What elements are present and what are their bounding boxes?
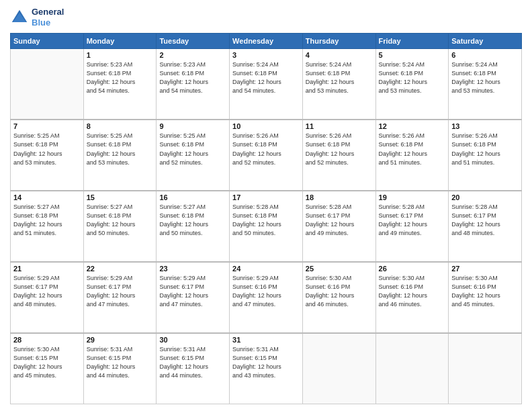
day-info: Sunrise: 5:23 AMSunset: 6:18 PMDaylight:… <box>159 60 226 95</box>
day-info: Sunrise: 5:28 AMSunset: 6:17 PMDaylight:… <box>451 203 519 238</box>
calendar-cell <box>11 49 84 120</box>
calendar-cell: 13Sunrise: 5:26 AMSunset: 6:18 PMDayligh… <box>449 120 522 191</box>
day-number: 12 <box>379 122 446 130</box>
weekday-header-sunday: Sunday <box>11 34 84 49</box>
day-info: Sunrise: 5:30 AMSunset: 6:16 PMDaylight:… <box>379 274 446 309</box>
weekday-header-row: SundayMondayTuesdayWednesdayThursdayFrid… <box>11 34 522 49</box>
calendar-cell: 30Sunrise: 5:31 AMSunset: 6:15 PMDayligh… <box>157 333 230 404</box>
day-info: Sunrise: 5:25 AMSunset: 6:18 PMDaylight:… <box>13 132 81 167</box>
calendar-cell: 8Sunrise: 5:25 AMSunset: 6:18 PMDaylight… <box>83 120 157 191</box>
day-number: 7 <box>13 122 81 130</box>
calendar-cell: 18Sunrise: 5:28 AMSunset: 6:17 PMDayligh… <box>302 191 375 262</box>
day-number: 28 <box>13 336 81 344</box>
calendar-cell: 14Sunrise: 5:27 AMSunset: 6:18 PMDayligh… <box>11 191 84 262</box>
day-info: Sunrise: 5:30 AMSunset: 6:16 PMDaylight:… <box>451 274 519 309</box>
calendar-cell: 29Sunrise: 5:31 AMSunset: 6:15 PMDayligh… <box>83 333 157 404</box>
calendar-cell: 6Sunrise: 5:24 AMSunset: 6:18 PMDaylight… <box>449 49 522 120</box>
calendar-cell: 26Sunrise: 5:30 AMSunset: 6:16 PMDayligh… <box>375 262 449 333</box>
day-number: 3 <box>232 51 300 59</box>
week-row-4: 21Sunrise: 5:29 AMSunset: 6:17 PMDayligh… <box>11 262 522 333</box>
day-info: Sunrise: 5:30 AMSunset: 6:16 PMDaylight:… <box>306 274 373 309</box>
calendar-cell: 4Sunrise: 5:24 AMSunset: 6:18 PMDaylight… <box>302 49 375 120</box>
calendar-cell <box>449 333 522 404</box>
day-number: 6 <box>451 51 519 59</box>
calendar-cell: 17Sunrise: 5:28 AMSunset: 6:18 PMDayligh… <box>230 191 303 262</box>
day-number: 9 <box>159 122 226 130</box>
calendar-cell: 2Sunrise: 5:23 AMSunset: 6:18 PMDaylight… <box>157 49 230 120</box>
calendar-cell: 1Sunrise: 5:23 AMSunset: 6:18 PMDaylight… <box>83 49 157 120</box>
calendar-table: SundayMondayTuesdayWednesdayThursdayFrid… <box>10 33 522 404</box>
week-row-1: 1Sunrise: 5:23 AMSunset: 6:18 PMDaylight… <box>11 49 522 120</box>
calendar-cell: 11Sunrise: 5:26 AMSunset: 6:18 PMDayligh… <box>302 120 375 191</box>
day-number: 11 <box>306 122 373 130</box>
calendar-cell: 22Sunrise: 5:29 AMSunset: 6:17 PMDayligh… <box>83 262 157 333</box>
day-number: 25 <box>306 265 373 273</box>
weekday-header-friday: Friday <box>375 34 449 49</box>
day-info: Sunrise: 5:23 AMSunset: 6:18 PMDaylight:… <box>87 60 154 95</box>
weekday-header-thursday: Thursday <box>302 34 375 49</box>
weekday-header-saturday: Saturday <box>449 34 522 49</box>
day-info: Sunrise: 5:27 AMSunset: 6:18 PMDaylight:… <box>159 203 226 238</box>
day-info: Sunrise: 5:29 AMSunset: 6:17 PMDaylight:… <box>159 274 226 309</box>
day-number: 19 <box>379 193 446 201</box>
weekday-header-wednesday: Wednesday <box>230 34 303 49</box>
day-number: 24 <box>232 265 300 273</box>
calendar-cell: 15Sunrise: 5:27 AMSunset: 6:18 PMDayligh… <box>83 191 157 262</box>
day-number: 21 <box>13 265 81 273</box>
calendar-cell: 27Sunrise: 5:30 AMSunset: 6:16 PMDayligh… <box>449 262 522 333</box>
day-info: Sunrise: 5:28 AMSunset: 6:18 PMDaylight:… <box>232 203 300 238</box>
week-row-5: 28Sunrise: 5:30 AMSunset: 6:15 PMDayligh… <box>11 333 522 404</box>
day-number: 10 <box>232 122 300 130</box>
calendar-cell: 12Sunrise: 5:26 AMSunset: 6:18 PMDayligh… <box>375 120 449 191</box>
day-info: Sunrise: 5:25 AMSunset: 6:18 PMDaylight:… <box>87 132 154 167</box>
calendar-cell <box>375 333 449 404</box>
day-info: Sunrise: 5:29 AMSunset: 6:17 PMDaylight:… <box>13 274 81 309</box>
day-info: Sunrise: 5:31 AMSunset: 6:15 PMDaylight:… <box>232 345 300 380</box>
logo-icon <box>10 8 29 27</box>
weekday-header-tuesday: Tuesday <box>157 34 230 49</box>
calendar-cell: 3Sunrise: 5:24 AMSunset: 6:18 PMDaylight… <box>230 49 303 120</box>
day-number: 22 <box>87 265 154 273</box>
day-info: Sunrise: 5:24 AMSunset: 6:18 PMDaylight:… <box>451 60 519 95</box>
day-info: Sunrise: 5:24 AMSunset: 6:18 PMDaylight:… <box>379 60 446 95</box>
day-info: Sunrise: 5:28 AMSunset: 6:17 PMDaylight:… <box>379 203 446 238</box>
day-number: 31 <box>232 336 300 344</box>
day-number: 15 <box>87 193 154 201</box>
day-info: Sunrise: 5:26 AMSunset: 6:18 PMDaylight:… <box>379 132 446 167</box>
calendar-cell <box>302 333 375 404</box>
calendar-cell: 21Sunrise: 5:29 AMSunset: 6:17 PMDayligh… <box>11 262 84 333</box>
day-number: 13 <box>451 122 519 130</box>
day-number: 23 <box>159 265 226 273</box>
day-number: 18 <box>306 193 373 201</box>
day-info: Sunrise: 5:26 AMSunset: 6:18 PMDaylight:… <box>306 132 373 167</box>
weekday-header-monday: Monday <box>83 34 157 49</box>
calendar-cell: 19Sunrise: 5:28 AMSunset: 6:17 PMDayligh… <box>375 191 449 262</box>
day-info: Sunrise: 5:30 AMSunset: 6:15 PMDaylight:… <box>13 345 81 380</box>
week-row-2: 7Sunrise: 5:25 AMSunset: 6:18 PMDaylight… <box>11 120 522 191</box>
day-info: Sunrise: 5:25 AMSunset: 6:18 PMDaylight:… <box>159 132 226 167</box>
calendar-cell: 25Sunrise: 5:30 AMSunset: 6:16 PMDayligh… <box>302 262 375 333</box>
day-info: Sunrise: 5:31 AMSunset: 6:15 PMDaylight:… <box>159 345 226 380</box>
day-number: 27 <box>451 265 519 273</box>
day-number: 1 <box>87 51 154 59</box>
day-number: 26 <box>379 265 446 273</box>
calendar-cell: 24Sunrise: 5:29 AMSunset: 6:16 PMDayligh… <box>230 262 303 333</box>
calendar-cell: 10Sunrise: 5:26 AMSunset: 6:18 PMDayligh… <box>230 120 303 191</box>
day-info: Sunrise: 5:28 AMSunset: 6:17 PMDaylight:… <box>306 203 373 238</box>
page: General Blue SundayMondayTuesdayWednesda… <box>0 0 532 411</box>
header: General Blue <box>10 7 522 28</box>
day-number: 29 <box>87 336 154 344</box>
calendar-cell: 5Sunrise: 5:24 AMSunset: 6:18 PMDaylight… <box>375 49 449 120</box>
day-number: 14 <box>13 193 81 201</box>
calendar-cell: 28Sunrise: 5:30 AMSunset: 6:15 PMDayligh… <box>11 333 84 404</box>
day-info: Sunrise: 5:31 AMSunset: 6:15 PMDaylight:… <box>87 345 154 380</box>
day-number: 4 <box>306 51 373 59</box>
week-row-3: 14Sunrise: 5:27 AMSunset: 6:18 PMDayligh… <box>11 191 522 262</box>
logo-text: General Blue <box>32 7 64 28</box>
day-number: 8 <box>87 122 154 130</box>
day-info: Sunrise: 5:29 AMSunset: 6:17 PMDaylight:… <box>87 274 154 309</box>
calendar-cell: 9Sunrise: 5:25 AMSunset: 6:18 PMDaylight… <box>157 120 230 191</box>
day-info: Sunrise: 5:26 AMSunset: 6:18 PMDaylight:… <box>451 132 519 167</box>
calendar-cell: 31Sunrise: 5:31 AMSunset: 6:15 PMDayligh… <box>230 333 303 404</box>
day-number: 16 <box>159 193 226 201</box>
